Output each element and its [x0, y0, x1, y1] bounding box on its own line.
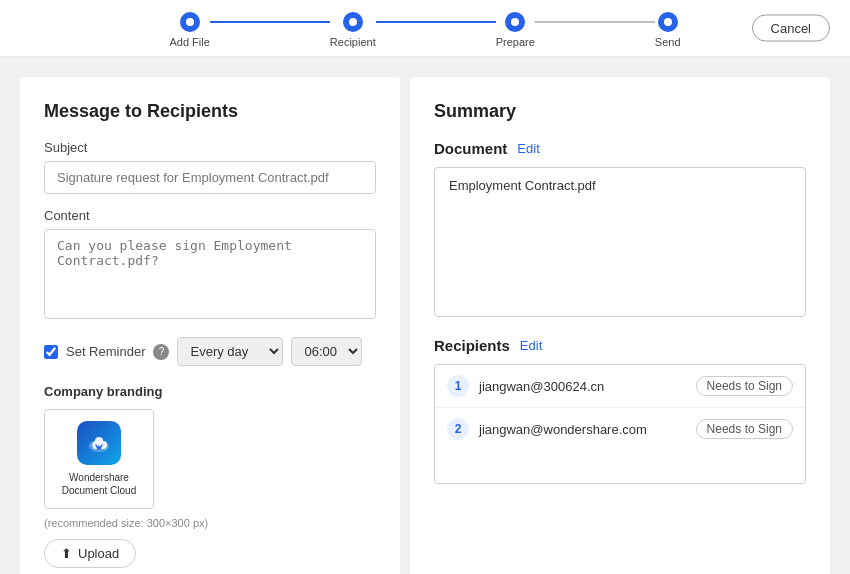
document-filename: Employment Contract.pdf: [449, 178, 791, 193]
subject-input[interactable]: [44, 161, 376, 194]
company-logo: [77, 421, 121, 465]
step-circle-1: [180, 12, 200, 32]
document-section-title: Document: [434, 140, 507, 157]
recipients-header: Recipients Edit: [434, 337, 806, 354]
recipients-section-title: Recipients: [434, 337, 510, 354]
recipient-email-2: jiangwan@wondershare.com: [479, 422, 686, 437]
progress-bar: Add File Recipient Prepare Send Cancel: [0, 0, 850, 57]
step-label-2: Recipient: [330, 36, 376, 48]
recipients-list: 1 jiangwan@300624.cn Needs to Sign 2 jia…: [434, 364, 806, 484]
step-line-1: [210, 21, 330, 23]
branding-box: WondershareDocument Cloud: [44, 409, 154, 509]
step-label-1: Add File: [169, 36, 209, 48]
recipient-badge-2: Needs to Sign: [696, 419, 793, 439]
step-add-file: Add File: [169, 12, 209, 48]
document-header: Document Edit: [434, 140, 806, 157]
main-content: Message to Recipients Subject Content Se…: [0, 57, 850, 574]
document-edit-link[interactable]: Edit: [517, 141, 539, 156]
recipients-edit-link[interactable]: Edit: [520, 338, 542, 353]
reminder-label: Set Reminder: [66, 344, 145, 359]
step-label-3: Prepare: [496, 36, 535, 48]
recipient-badge-1: Needs to Sign: [696, 376, 793, 396]
step-line-3: [535, 21, 655, 23]
recipient-num-2: 2: [447, 418, 469, 440]
reminder-frequency-select[interactable]: Every day Every week: [177, 337, 283, 366]
upload-icon: ⬆: [61, 546, 72, 561]
step-send: Send: [655, 12, 681, 48]
help-icon[interactable]: ?: [153, 344, 169, 360]
reminder-row: Set Reminder ? Every day Every week 06:0…: [44, 337, 376, 366]
content-label: Content: [44, 208, 376, 223]
recipient-num-1: 1: [447, 375, 469, 397]
recipients-section: Recipients Edit 1 jiangwan@300624.cn Nee…: [434, 337, 806, 484]
summary-title: Summary: [434, 101, 806, 122]
subject-label: Subject: [44, 140, 376, 155]
upload-button[interactable]: ⬆ Upload: [44, 539, 136, 568]
recipient-email-1: jiangwan@300624.cn: [479, 379, 686, 394]
step-circle-4: [658, 12, 678, 32]
step-line-2: [376, 21, 496, 23]
company-name: WondershareDocument Cloud: [62, 471, 136, 497]
branding-title: Company branding: [44, 384, 376, 399]
progress-steps: Add File Recipient Prepare Send: [169, 12, 680, 48]
reminder-time-select[interactable]: 06:00 08:00 10:00: [291, 337, 362, 366]
step-prepare: Prepare: [496, 12, 535, 48]
step-circle-3: [505, 12, 525, 32]
table-row: 2 jiangwan@wondershare.com Needs to Sign: [435, 408, 805, 450]
table-row: 1 jiangwan@300624.cn Needs to Sign: [435, 365, 805, 408]
upload-label: Upload: [78, 546, 119, 561]
logo-icon: [85, 429, 113, 457]
reminder-checkbox[interactable]: [44, 345, 58, 359]
step-recipient: Recipient: [330, 12, 376, 48]
left-panel-title: Message to Recipients: [44, 101, 376, 122]
branding-hint: (recommended size: 300×300 px): [44, 517, 376, 529]
left-panel: Message to Recipients Subject Content Se…: [20, 77, 400, 574]
step-label-4: Send: [655, 36, 681, 48]
cancel-button[interactable]: Cancel: [752, 15, 830, 42]
content-textarea[interactable]: [44, 229, 376, 319]
right-panel: Summary Document Edit Employment Contrac…: [410, 77, 830, 574]
step-circle-2: [343, 12, 363, 32]
document-section: Document Edit Employment Contract.pdf: [434, 140, 806, 317]
document-box: Employment Contract.pdf: [434, 167, 806, 317]
